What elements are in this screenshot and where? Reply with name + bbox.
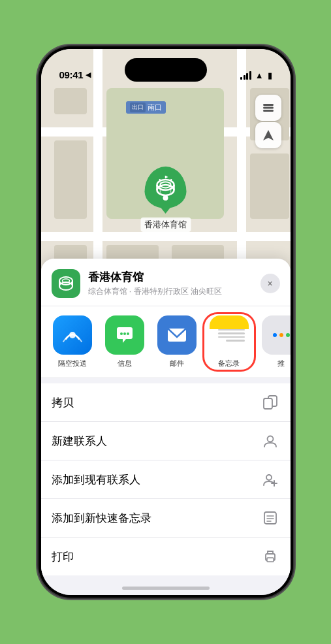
svg-rect-28 — [264, 398, 272, 409]
more-label: 推 — [277, 359, 285, 368]
add-contact-icon — [260, 470, 280, 489]
svg-marker-8 — [166, 176, 168, 178]
location-arrow-icon — [262, 129, 275, 142]
share-item-messages[interactable]: 信息 — [101, 315, 148, 368]
svg-rect-13 — [263, 104, 274, 106]
sheet-header: 香港体育馆 综合体育馆 · 香港特别行政区 油尖旺区 × — [41, 259, 291, 306]
svg-rect-15 — [263, 110, 274, 112]
airdrop-icon — [53, 315, 92, 355]
action-quick-note-label: 添加到新快速备忘录 — [52, 511, 151, 526]
battery-icon: ▮ — [268, 71, 272, 80]
action-quick-note[interactable]: 添加到新快速备忘录 — [41, 499, 291, 538]
svg-point-29 — [267, 436, 273, 442]
stadium-name-label: 香港体育馆 — [140, 217, 191, 232]
quick-note-icon — [260, 508, 280, 528]
mail-label: 邮件 — [170, 359, 184, 368]
close-button[interactable]: × — [260, 274, 280, 293]
location-icon: ◀ — [86, 71, 91, 79]
share-item-more[interactable]: 推 — [258, 315, 291, 368]
stadium-marker[interactable]: 香港体育馆 — [140, 167, 191, 232]
map-label-text: 南口 — [148, 103, 162, 112]
action-new-contact-label: 新建联系人 — [52, 434, 107, 449]
svg-point-23 — [120, 332, 123, 335]
layers-icon — [261, 101, 276, 115]
action-new-contact[interactable]: 新建联系人 — [41, 422, 291, 460]
home-indicator — [122, 587, 210, 590]
action-add-existing[interactable]: 添加到现有联系人 — [41, 460, 291, 499]
more-icon — [262, 315, 291, 355]
svg-point-25 — [127, 332, 129, 335]
printer-icon — [260, 547, 280, 566]
svg-marker-16 — [263, 130, 274, 140]
svg-rect-14 — [263, 107, 274, 109]
svg-point-30 — [266, 475, 272, 480]
dynamic-island — [125, 58, 207, 82]
new-contact-icon — [260, 431, 280, 451]
messages-label: 信息 — [118, 359, 132, 368]
action-list: 拷贝 新建联系人 — [41, 383, 291, 575]
action-copy[interactable]: 拷贝 — [41, 383, 291, 422]
notes-icon — [210, 315, 249, 355]
venue-name: 香港体育馆 — [88, 270, 253, 285]
status-icons: ▲ ▮ — [240, 71, 272, 80]
bottom-sheet: 香港体育馆 综合体育馆 · 香港特别行政区 油尖旺区 × 隔 — [41, 259, 291, 595]
venue-desc: 综合体育馆 · 香港特别行政区 油尖旺区 — [88, 286, 253, 297]
location-button[interactable] — [255, 122, 281, 148]
svg-rect-33 — [264, 512, 276, 524]
phone-screen: 09:41 ◀ ▲ ▮ — [41, 49, 291, 595]
action-add-existing-label: 添加到现有联系人 — [52, 472, 140, 487]
svg-point-21 — [59, 282, 72, 290]
notes-label: 备忘录 — [218, 359, 240, 368]
venue-stadium-icon — [57, 274, 75, 293]
map-road — [41, 232, 291, 241]
signal-bars — [240, 71, 251, 80]
share-item-notes[interactable]: 备忘录 — [206, 315, 253, 368]
action-copy-label: 拷贝 — [52, 395, 74, 410]
map-layers-button[interactable] — [255, 95, 281, 121]
copy-icon — [260, 393, 280, 412]
venue-icon — [52, 269, 80, 298]
share-item-airdrop[interactable]: 隔空投送 — [49, 315, 96, 368]
svg-rect-38 — [267, 558, 274, 562]
action-print-label: 打印 — [52, 549, 74, 564]
marker-pin — [145, 167, 187, 208]
venue-info: 香港体育馆 综合体育馆 · 香港特别行政区 油尖旺区 — [88, 270, 253, 297]
map-label: 出口 南口 — [126, 101, 166, 114]
mail-icon — [157, 315, 197, 355]
airdrop-label: 隔空投送 — [58, 359, 87, 368]
share-row: 隔空投送 信息 — [41, 306, 291, 378]
share-item-mail[interactable]: 邮件 — [153, 315, 200, 368]
phone-frame: 09:41 ◀ ▲ ▮ — [39, 46, 293, 598]
map-controls — [255, 95, 281, 148]
wifi-icon: ▲ — [255, 71, 264, 80]
svg-point-24 — [123, 332, 126, 335]
status-time: 09:41 — [59, 69, 84, 80]
action-print[interactable]: 打印 — [41, 538, 291, 575]
messages-icon — [105, 315, 144, 355]
